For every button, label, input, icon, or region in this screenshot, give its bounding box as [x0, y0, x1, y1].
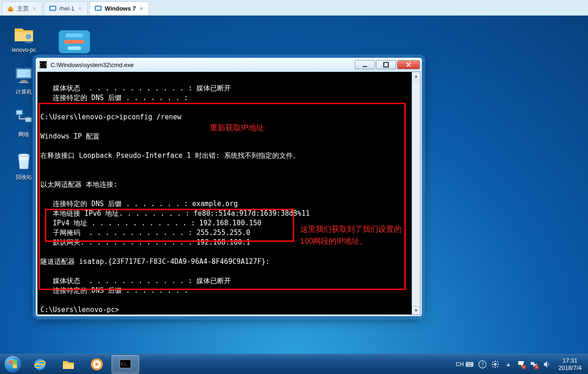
- recycle-bin-icon: [13, 150, 35, 172]
- taskbar-wmp[interactable]: [83, 355, 111, 374]
- terminal-area: 媒体状态 . . . . . . . . . . . . : 媒体已断开 连接特…: [37, 72, 420, 315]
- cmd-icon: C:\: [39, 61, 47, 68]
- vm-tabbar: 主页 × rhel-1 × Windows 7 ×: [0, 0, 588, 16]
- svg-rect-27: [471, 363, 472, 364]
- close-icon[interactable]: ×: [139, 6, 144, 11]
- vm-icon: [95, 5, 102, 12]
- close-button[interactable]: [397, 60, 420, 69]
- svg-rect-7: [17, 69, 31, 78]
- annotation-100-subnet: 这里我们获取到了我们设置的100网段的IP地址。: [300, 223, 406, 247]
- help-icon[interactable]: ?: [478, 360, 487, 368]
- clock-date: 2018/7/4: [558, 364, 582, 372]
- taskbar-clock[interactable]: 17:31 2018/7/4: [555, 357, 584, 372]
- svg-rect-26: [470, 363, 470, 364]
- vm-icon: [49, 5, 56, 12]
- status-error-icon: ×: [534, 365, 539, 369]
- svg-rect-23: [466, 362, 473, 367]
- close-icon[interactable]: ×: [77, 6, 83, 11]
- svg-rect-25: [468, 363, 469, 364]
- windows-logo-icon: [5, 356, 21, 373]
- start-button[interactable]: [0, 354, 26, 374]
- keyboard-icon: [465, 360, 474, 368]
- home-icon: [7, 5, 14, 12]
- taskbar-ie[interactable]: [26, 355, 54, 374]
- ime-language-label: CH: [456, 361, 464, 368]
- volume-icon[interactable]: [543, 360, 551, 368]
- tray-chevron-up-icon[interactable]: ▲: [504, 360, 512, 368]
- minimize-button[interactable]: [355, 60, 375, 69]
- scroll-down-icon[interactable]: ▼: [412, 306, 420, 314]
- action-center-icon[interactable]: ×: [517, 360, 525, 368]
- taskbar-cmd[interactable]: C:\_: [112, 355, 139, 374]
- svg-rect-15: [363, 66, 367, 67]
- svg-rect-9: [19, 82, 28, 83]
- svg-rect-24: [467, 363, 468, 364]
- computer-icon: [13, 64, 35, 86]
- annotation-renew: 重新获取IP地址: [210, 122, 264, 134]
- cmd-window: C:\ C:\Windows\system32\cmd.exe 媒体状态 . .…: [35, 57, 422, 317]
- network-icon: [13, 107, 35, 129]
- svg-point-14: [18, 154, 29, 156]
- svg-rect-11: [17, 111, 22, 114]
- window-title: C:\Windows\system32\cmd.exe: [50, 61, 350, 68]
- ime-indicator[interactable]: CH: [456, 360, 474, 368]
- window-buttons: [354, 60, 420, 69]
- titlebar[interactable]: C:\ C:\Windows\system32\cmd.exe: [36, 58, 422, 72]
- maximize-button[interactable]: [376, 60, 396, 69]
- taskbar: C:\_ CH ? ▲ × × 17:31 2018/7/4: [0, 354, 588, 374]
- perf-gadget-icon[interactable]: [59, 30, 90, 53]
- system-tray: CH ? ▲ × × 17:31 2018/7/4: [452, 357, 588, 372]
- svg-point-5: [26, 34, 31, 39]
- svg-text:C:\_: C:\_: [121, 362, 128, 366]
- scrollbar[interactable]: ▲ ▼: [412, 72, 420, 314]
- svg-rect-4: [96, 7, 101, 10]
- close-icon[interactable]: ×: [32, 6, 37, 11]
- tab-label-rhel: rhel-1: [59, 5, 74, 12]
- clock-time: 17:31: [558, 357, 582, 364]
- tab-rhel[interactable]: rhel-1 ×: [44, 1, 88, 15]
- svg-text:?: ?: [481, 362, 484, 367]
- svg-rect-8: [21, 80, 27, 82]
- svg-rect-16: [384, 62, 388, 67]
- tab-label-win7: Windows 7: [105, 5, 136, 12]
- folder-user-icon: [13, 23, 35, 45]
- svg-point-31: [494, 363, 497, 366]
- tab-home[interactable]: 主页 ×: [2, 1, 42, 15]
- gear-icon[interactable]: [491, 360, 499, 368]
- svg-rect-28: [468, 365, 471, 366]
- desktop-icon-user-folder[interactable]: lenovo-pc: [6, 23, 41, 53]
- svg-rect-2: [50, 7, 55, 10]
- scroll-up-icon[interactable]: ▲: [412, 72, 420, 80]
- terminal-output[interactable]: 媒体状态 . . . . . . . . . . . . : 媒体已断开 连接特…: [38, 72, 412, 314]
- desktop-icon-label: lenovo-pc: [6, 47, 41, 53]
- svg-rect-0: [10, 9, 11, 11]
- network-tray-icon[interactable]: ×: [530, 360, 538, 368]
- status-error-icon: ×: [521, 365, 526, 369]
- taskbar-explorer[interactable]: [55, 355, 82, 374]
- tab-label-home: 主页: [17, 5, 29, 13]
- tab-windows7[interactable]: Windows 7 ×: [90, 1, 149, 15]
